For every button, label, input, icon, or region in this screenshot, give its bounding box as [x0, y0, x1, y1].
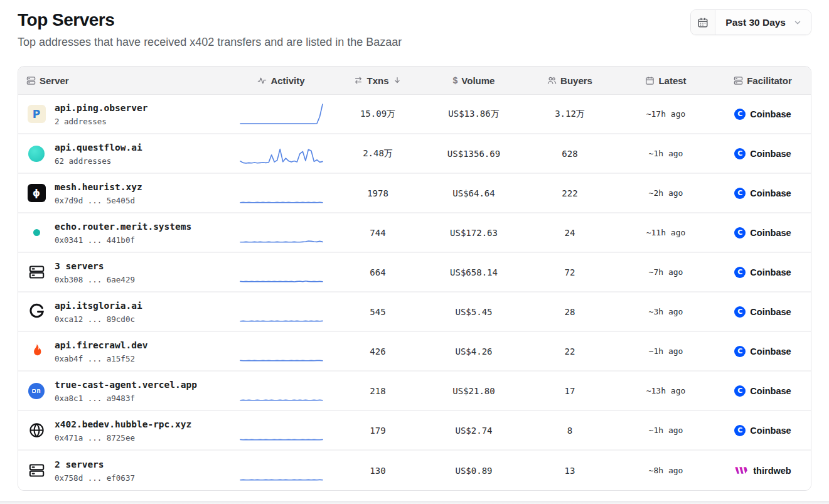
server-name: echo.router.merit.systems	[55, 220, 191, 233]
buyers-value: 24	[523, 228, 617, 238]
table-row[interactable]: api.firecrawl.dev 0xab4f ... a15f52 426 …	[18, 332, 811, 372]
server-name: mesh.heurist.xyz	[55, 181, 142, 193]
column-header-server[interactable]: Server	[18, 75, 232, 86]
table-row[interactable]: api.itsgloria.ai 0xca12 ... 89cd0c 545 U…	[18, 292, 811, 332]
server-cell: n true-cast-agent.vercel.app 0xa8c1 ... …	[18, 378, 232, 404]
facilitator-name: Coinbase	[750, 307, 791, 317]
table-row[interactable]: P api.ping.observer 2 addresses 15.09万 U…	[18, 95, 811, 134]
server-cell: 2 servers 0x758d ... ef0637	[18, 458, 232, 483]
txns-value: 2.48万	[331, 148, 425, 159]
table-row[interactable]: 3 servers 0xb308 ... 6ae429 664 US$658.1…	[18, 253, 811, 292]
volume-value: US$13.86万	[425, 109, 523, 120]
date-range-control: Past 30 Days	[690, 9, 811, 35]
server-name: 3 servers	[55, 260, 135, 272]
server-stack-logo	[28, 264, 45, 281]
column-header-facilitator[interactable]: Facilitator	[715, 75, 811, 86]
server-address: 0xca12 ... 89cd0c	[55, 314, 142, 324]
arrow-down-icon	[393, 76, 402, 85]
server-address: 62 addresses	[55, 156, 142, 166]
server-logo-slot	[26, 146, 46, 162]
facilitator-badge: CCoinbase	[715, 385, 811, 397]
latest-value: ~1h ago	[617, 149, 715, 158]
dollar-icon: $	[453, 75, 458, 85]
activity-sparkline	[239, 220, 324, 245]
server-stack-logo	[28, 462, 45, 479]
latest-value: ~11h ago	[617, 228, 715, 237]
coinbase-logo: C	[734, 109, 746, 120]
column-label-facilitator: Facilitator	[747, 75, 792, 86]
facilitator-badge: CCoinbase	[715, 109, 811, 120]
coinbase-logo: C	[734, 267, 746, 278]
activity-cell	[232, 378, 331, 404]
column-header-volume[interactable]: $Volume	[425, 75, 523, 86]
server-cell: ϕ mesh.heurist.xyz 0x7d9d ... 5e405d	[18, 181, 232, 206]
facilitator-name: Coinbase	[750, 109, 791, 119]
facilitator-badge: CCoinbase	[715, 267, 811, 278]
server-cell: api.firecrawl.dev 0xab4f ... a15f52	[18, 339, 232, 364]
server-cell: echo.router.merit.systems 0x0341 ... 441…	[18, 220, 232, 245]
column-label-volume: Volume	[461, 75, 495, 86]
date-range-label: Past 30 Days	[725, 17, 786, 28]
volume-value: US$658.14	[425, 267, 523, 277]
heurist-logo: ϕ	[28, 184, 46, 202]
buyers-value: 17	[523, 386, 617, 396]
latest-value: ~3h ago	[617, 307, 715, 316]
facilitator-name: Coinbase	[750, 149, 791, 159]
activity-sparkline	[239, 339, 324, 364]
server-icon	[734, 76, 743, 85]
facilitator-badge: CCoinbase	[715, 188, 811, 199]
coinbase-logo: C	[734, 306, 746, 318]
ping-observer-logo: P	[28, 105, 46, 123]
server-logo-slot	[26, 303, 46, 320]
buyers-value: 72	[523, 267, 617, 277]
server-name: api.firecrawl.dev	[55, 339, 147, 351]
date-range-select[interactable]: Past 30 Days	[715, 10, 811, 35]
volume-value: US$0.89	[425, 466, 523, 476]
facilitator-name: Coinbase	[750, 267, 791, 277]
server-logo-slot: P	[26, 105, 46, 123]
table-row[interactable]: ϕ mesh.heurist.xyz 0x7d9d ... 5e405d 197…	[18, 174, 811, 213]
server-cell: api.itsgloria.ai 0xca12 ... 89cd0c	[18, 299, 232, 324]
server-name: true-cast-agent.vercel.app	[55, 378, 197, 391]
server-address: 0x758d ... ef0637	[55, 473, 135, 483]
server-address: 2 addresses	[55, 116, 147, 127]
activity-sparkline	[239, 418, 324, 443]
latest-value: ~7h ago	[617, 267, 715, 277]
txns-value: 218	[331, 386, 425, 396]
buyers-value: 28	[523, 307, 617, 317]
txns-value: 179	[331, 426, 425, 436]
calendar-icon	[697, 17, 709, 28]
activity-cell	[232, 102, 331, 127]
table-row[interactable]: x402.bedev.hubble-rpc.xyz 0x471a ... 872…	[18, 411, 811, 451]
server-address: 0x471a ... 8725ee	[55, 432, 191, 443]
table-row[interactable]: echo.router.merit.systems 0x0341 ... 441…	[18, 213, 811, 253]
table-row[interactable]: api.questflow.ai 62 addresses 2.48万 US$1…	[18, 134, 811, 174]
activity-sparkline	[239, 458, 324, 483]
server-name: 2 servers	[55, 458, 135, 471]
buyers-value: 628	[523, 149, 617, 159]
coinbase-logo: C	[734, 346, 746, 357]
buyers-value: 13	[523, 466, 617, 476]
server-address: 0xb308 ... 6ae429	[55, 274, 135, 285]
server-cell: 3 servers 0xb308 ... 6ae429	[18, 260, 232, 285]
volume-value: US$4.26	[425, 346, 523, 357]
txns-value: 130	[331, 466, 425, 476]
table-row[interactable]: n true-cast-agent.vercel.app 0xa8c1 ... …	[18, 372, 811, 411]
latest-value: ~17h ago	[617, 109, 715, 119]
column-header-txns[interactable]: Txns	[331, 75, 425, 86]
column-header-activity[interactable]: Activity	[232, 75, 331, 86]
facilitator-name: thirdweb	[753, 466, 791, 476]
facilitator-name: Coinbase	[750, 386, 791, 396]
volume-value: US$5.45	[425, 307, 523, 317]
table-row[interactable]: 2 servers 0x758d ... ef0637 130 US$0.89 …	[18, 451, 811, 490]
calendar-button[interactable]	[691, 10, 715, 35]
page-bottom-divider	[0, 501, 829, 504]
table-header-row: ServerActivityTxns$VolumeBuyersLatestFac…	[18, 67, 811, 95]
coinbase-logo: C	[734, 188, 746, 199]
column-header-buyers[interactable]: Buyers	[523, 75, 617, 86]
latest-value: ~1h ago	[617, 346, 715, 356]
activity-cell	[232, 181, 331, 206]
column-header-latest[interactable]: Latest	[617, 75, 715, 86]
facilitator-name: Coinbase	[750, 426, 791, 436]
txns-value: 744	[331, 228, 425, 238]
